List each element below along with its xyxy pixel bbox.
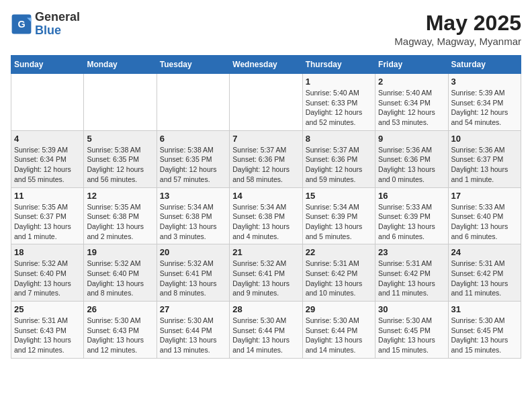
calendar-cell: 3Sunrise: 5:39 AMSunset: 6:34 PMDaylight… [448, 74, 521, 131]
day-detail: Sunrise: 5:40 AMSunset: 6:34 PMDaylight:… [378, 89, 435, 126]
day-detail: Sunrise: 5:30 AMSunset: 6:45 PMDaylight:… [378, 316, 435, 354]
day-number: 17 [451, 191, 518, 201]
weekday-monday: Monday [84, 56, 157, 74]
calendar-cell: 10Sunrise: 5:36 AMSunset: 6:37 PMDayligh… [448, 130, 521, 187]
weekday-sunday: Sunday [11, 56, 84, 74]
logo-text: General Blue [35, 11, 80, 38]
calendar-cell: 17Sunrise: 5:33 AMSunset: 6:40 PMDayligh… [448, 187, 521, 244]
day-number: 3 [451, 77, 518, 87]
day-detail: Sunrise: 5:38 AMSunset: 6:35 PMDaylight:… [160, 146, 217, 183]
day-detail: Sunrise: 5:32 AMSunset: 6:41 PMDaylight:… [232, 259, 290, 297]
month-year-title: May 2025 [394, 11, 521, 36]
day-detail: Sunrise: 5:31 AMSunset: 6:42 PMDaylight:… [306, 259, 363, 297]
day-number: 4 [14, 134, 81, 144]
day-number: 13 [160, 191, 226, 201]
svg-text:G: G [17, 19, 25, 30]
calendar-cell: 7Sunrise: 5:37 AMSunset: 6:36 PMDaylight… [230, 130, 302, 187]
calendar-cell: 25Sunrise: 5:31 AMSunset: 6:43 PMDayligh… [11, 302, 84, 359]
calendar-cell: 31Sunrise: 5:30 AMSunset: 6:45 PMDayligh… [448, 302, 521, 359]
day-number: 24 [451, 247, 518, 257]
calendar-cell: 21Sunrise: 5:32 AMSunset: 6:41 PMDayligh… [230, 244, 302, 302]
calendar-cell: 5Sunrise: 5:38 AMSunset: 6:35 PMDaylight… [84, 130, 157, 187]
calendar-cell [84, 74, 157, 131]
day-number: 18 [14, 247, 81, 257]
calendar-cell: 14Sunrise: 5:34 AMSunset: 6:38 PMDayligh… [230, 187, 302, 244]
calendar-cell: 26Sunrise: 5:30 AMSunset: 6:43 PMDayligh… [84, 302, 157, 359]
day-number: 30 [378, 304, 445, 314]
day-number: 27 [160, 304, 226, 314]
weekday-thursday: Thursday [302, 56, 375, 74]
calendar-cell: 23Sunrise: 5:31 AMSunset: 6:42 PMDayligh… [375, 244, 448, 302]
calendar-cell: 19Sunrise: 5:32 AMSunset: 6:40 PMDayligh… [84, 244, 157, 302]
day-number: 31 [451, 304, 518, 314]
calendar-cell: 12Sunrise: 5:35 AMSunset: 6:38 PMDayligh… [84, 187, 157, 244]
day-detail: Sunrise: 5:34 AMSunset: 6:39 PMDaylight:… [306, 203, 363, 240]
calendar-table: SundayMondayTuesdayWednesdayThursdayFrid… [11, 55, 521, 359]
calendar-cell: 13Sunrise: 5:34 AMSunset: 6:38 PMDayligh… [157, 187, 229, 244]
calendar-cell: 28Sunrise: 5:30 AMSunset: 6:44 PMDayligh… [230, 302, 302, 359]
day-number: 28 [232, 304, 299, 314]
calendar-cell: 1Sunrise: 5:40 AMSunset: 6:33 PMDaylight… [302, 74, 375, 131]
day-number: 16 [378, 191, 445, 201]
day-detail: Sunrise: 5:31 AMSunset: 6:43 PMDaylight:… [14, 316, 71, 354]
day-detail: Sunrise: 5:36 AMSunset: 6:37 PMDaylight:… [451, 146, 508, 183]
day-number: 7 [232, 134, 299, 144]
calendar-cell: 30Sunrise: 5:30 AMSunset: 6:45 PMDayligh… [375, 302, 448, 359]
calendar-cell: 6Sunrise: 5:38 AMSunset: 6:35 PMDaylight… [157, 130, 229, 187]
day-number: 23 [378, 247, 445, 257]
day-detail: Sunrise: 5:39 AMSunset: 6:34 PMDaylight:… [14, 146, 71, 183]
day-detail: Sunrise: 5:30 AMSunset: 6:44 PMDaylight:… [306, 316, 363, 354]
calendar-cell: 9Sunrise: 5:36 AMSunset: 6:36 PMDaylight… [375, 130, 448, 187]
calendar-cell [11, 74, 84, 131]
calendar-cell: 16Sunrise: 5:33 AMSunset: 6:39 PMDayligh… [375, 187, 448, 244]
day-number: 8 [306, 134, 372, 144]
day-number: 20 [160, 247, 226, 257]
header: G General Blue May 2025 Magway, Magway, … [11, 11, 521, 47]
day-detail: Sunrise: 5:31 AMSunset: 6:42 PMDaylight:… [378, 259, 435, 297]
day-detail: Sunrise: 5:37 AMSunset: 6:36 PMDaylight:… [232, 146, 290, 183]
day-detail: Sunrise: 5:30 AMSunset: 6:44 PMDaylight:… [232, 316, 290, 354]
title-area: May 2025 Magway, Magway, Myanmar [394, 11, 521, 47]
calendar-cell: 29Sunrise: 5:30 AMSunset: 6:44 PMDayligh… [302, 302, 375, 359]
calendar-cell: 24Sunrise: 5:31 AMSunset: 6:42 PMDayligh… [448, 244, 521, 302]
logo: G General Blue [11, 11, 80, 38]
logo-general-text: General [35, 11, 80, 24]
weekday-wednesday: Wednesday [230, 56, 302, 74]
day-detail: Sunrise: 5:36 AMSunset: 6:36 PMDaylight:… [378, 146, 435, 183]
day-number: 9 [378, 134, 445, 144]
calendar-cell: 15Sunrise: 5:34 AMSunset: 6:39 PMDayligh… [302, 187, 375, 244]
day-detail: Sunrise: 5:30 AMSunset: 6:45 PMDaylight:… [451, 316, 508, 354]
weekday-friday: Friday [375, 56, 448, 74]
calendar-cell: 2Sunrise: 5:40 AMSunset: 6:34 PMDaylight… [375, 74, 448, 131]
calendar-cell: 27Sunrise: 5:30 AMSunset: 6:44 PMDayligh… [157, 302, 229, 359]
calendar-cell: 8Sunrise: 5:37 AMSunset: 6:36 PMDaylight… [302, 130, 375, 187]
calendar-week-2: 4Sunrise: 5:39 AMSunset: 6:34 PMDaylight… [11, 130, 521, 187]
weekday-tuesday: Tuesday [157, 56, 229, 74]
day-number: 15 [306, 191, 372, 201]
calendar-cell: 4Sunrise: 5:39 AMSunset: 6:34 PMDaylight… [11, 130, 84, 187]
day-number: 12 [87, 191, 153, 201]
day-detail: Sunrise: 5:39 AMSunset: 6:34 PMDaylight:… [451, 89, 508, 126]
calendar-cell: 20Sunrise: 5:32 AMSunset: 6:41 PMDayligh… [157, 244, 229, 302]
day-detail: Sunrise: 5:32 AMSunset: 6:41 PMDaylight:… [160, 259, 217, 297]
day-detail: Sunrise: 5:35 AMSunset: 6:37 PMDaylight:… [14, 203, 71, 240]
day-detail: Sunrise: 5:33 AMSunset: 6:39 PMDaylight:… [378, 203, 435, 240]
calendar-cell [157, 74, 229, 131]
day-number: 11 [14, 191, 81, 201]
day-detail: Sunrise: 5:30 AMSunset: 6:43 PMDaylight:… [87, 316, 144, 354]
day-detail: Sunrise: 5:40 AMSunset: 6:33 PMDaylight:… [306, 89, 363, 126]
day-number: 22 [306, 247, 372, 257]
day-detail: Sunrise: 5:33 AMSunset: 6:40 PMDaylight:… [451, 203, 508, 240]
day-number: 19 [87, 247, 153, 257]
calendar-cell: 18Sunrise: 5:32 AMSunset: 6:40 PMDayligh… [11, 244, 84, 302]
calendar-body: 1Sunrise: 5:40 AMSunset: 6:33 PMDaylight… [11, 74, 521, 359]
calendar-cell [230, 74, 302, 131]
location-subtitle: Magway, Magway, Myanmar [394, 36, 521, 47]
calendar-cell: 22Sunrise: 5:31 AMSunset: 6:42 PMDayligh… [302, 244, 375, 302]
day-detail: Sunrise: 5:32 AMSunset: 6:40 PMDaylight:… [14, 259, 71, 297]
day-number: 2 [378, 77, 445, 87]
logo-blue-text: Blue [35, 24, 80, 38]
day-detail: Sunrise: 5:38 AMSunset: 6:35 PMDaylight:… [87, 146, 144, 183]
day-number: 5 [87, 134, 153, 144]
weekday-header-row: SundayMondayTuesdayWednesdayThursdayFrid… [11, 56, 521, 74]
